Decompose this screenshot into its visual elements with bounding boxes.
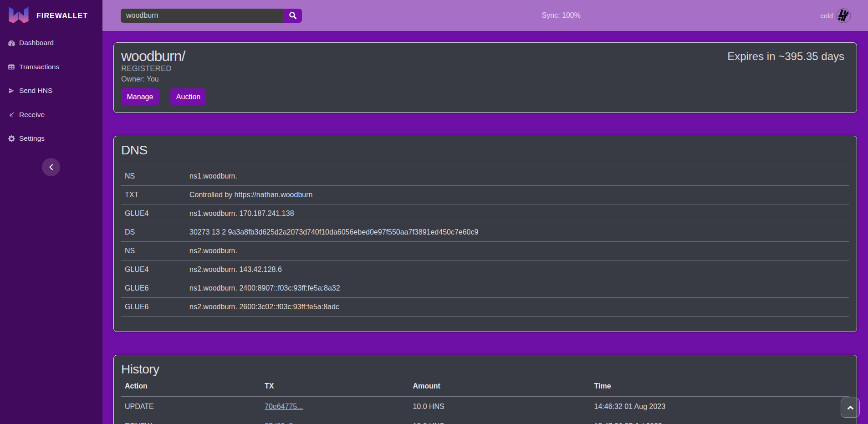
history-col-tx: TX xyxy=(261,377,409,396)
domain-expiry: Expires in ~395.35 days xyxy=(727,50,844,63)
brand[interactable]: FIREWALLET xyxy=(0,0,102,25)
history-row: UPDATE 70e64775... 10.0 HNS 14:46:32 01 … xyxy=(121,396,849,416)
dns-record-type: NS xyxy=(121,241,186,260)
search-icon xyxy=(289,11,297,20)
scroll-to-top-button[interactable] xyxy=(841,398,860,418)
dns-record-value: ns1.woodburn. 2400:8907::f03c:93ff:fe5a:… xyxy=(186,279,849,297)
dns-record-type: TXT xyxy=(121,185,186,204)
history-time: 14:46:32 01 Aug 2023 xyxy=(591,396,849,416)
tx-link[interactable]: 27d03e5... xyxy=(265,422,299,424)
sidebar-collapse-button[interactable] xyxy=(42,158,60,176)
history-time: 15:47:36 27 Jul 2023 xyxy=(591,416,849,424)
dns-record-row: GLUE4 ns2.woodburn. 143.42.128.6 xyxy=(121,260,849,279)
name-card: woodburn/ REGISTERED Owner: You Manage A… xyxy=(113,42,857,113)
sidebar-item-receive[interactable]: Receive xyxy=(0,107,102,123)
history-amount: 10.0 HNS xyxy=(409,416,590,424)
settings-icon xyxy=(7,134,15,143)
history-action: UPDATE xyxy=(121,396,261,416)
receive-icon xyxy=(7,111,15,119)
history-table: ActionTXAmountTime UPDATE 70e64775... 10… xyxy=(121,377,849,424)
history-row: RENEW 27d03e5... 10.0 HNS 15:47:36 27 Ju… xyxy=(121,416,849,424)
history-col-action: Action xyxy=(121,377,261,396)
main-content: woodburn/ REGISTERED Owner: You Manage A… xyxy=(102,31,868,424)
history-amount: 10.0 HNS xyxy=(409,396,590,416)
sidebar-item-send-hns[interactable]: Send HNS xyxy=(0,82,102,99)
wallet-group[interactable]: cold xyxy=(820,8,851,23)
dns-record-row: GLUE6 ns1.woodburn. 2400:8907::f03c:93ff… xyxy=(121,279,849,297)
dns-table: NS ns1.woodburn. TXT Controlled by https… xyxy=(121,167,849,317)
search-button[interactable] xyxy=(283,9,302,23)
dns-record-row: NS ns2.woodburn. xyxy=(121,241,849,260)
dns-record-row: DS 30273 13 2 9a3a8fb3d625d2a2073d740f10… xyxy=(121,223,849,241)
dns-record-type: DS xyxy=(121,223,186,241)
sidebar-item-dashboard[interactable]: Dashboard xyxy=(0,35,102,51)
dns-record-value: ns2.woodburn. 143.42.128.6 xyxy=(186,260,849,279)
search-input[interactable] xyxy=(121,9,283,23)
dns-record-row: TXT Controlled by https://nathan.woodbur… xyxy=(121,185,849,204)
dns-record-type: GLUE6 xyxy=(121,279,186,297)
chevron-up-icon xyxy=(847,406,854,410)
send-icon xyxy=(7,87,15,95)
dns-record-type: NS xyxy=(121,167,186,185)
history-action: RENEW xyxy=(121,416,261,424)
dns-card: DNS NS ns1.woodburn. TXT Controlled by h… xyxy=(113,136,857,332)
history-card-title: History xyxy=(121,362,849,377)
dns-record-type: GLUE6 xyxy=(121,297,186,316)
domain-owner: Owner: You xyxy=(121,75,849,84)
dns-record-value: 30273 13 2 9a3a8fb3d625d2a2073d740f10da6… xyxy=(186,223,849,241)
dns-card-title: DNS xyxy=(121,143,849,158)
dns-record-value: ns1.woodburn. 170.187.241.138 xyxy=(186,204,849,223)
dashboard-icon xyxy=(7,39,15,47)
dns-record-row: GLUE6 ns2.woodburn. 2600:3c02::f03c:93ff… xyxy=(121,297,849,316)
dns-record-value: ns2.woodburn. 2600:3c02::f03c:93ff:fe5a:… xyxy=(186,297,849,316)
dns-record-type: GLUE4 xyxy=(121,260,186,279)
sidebar-nav: Dashboard Transactions Send HNS Receive … xyxy=(0,35,102,147)
sync-status: Sync: 100% xyxy=(302,11,820,20)
history-col-time: Time xyxy=(591,377,849,396)
auction-button[interactable]: Auction xyxy=(170,88,206,105)
sidebar-item-settings[interactable]: Settings xyxy=(0,130,102,147)
domain-status: REGISTERED xyxy=(121,64,849,73)
dns-record-value: ns2.woodburn. xyxy=(186,241,849,260)
dns-record-type: GLUE4 xyxy=(121,204,186,223)
history-header-row: ActionTXAmountTime xyxy=(121,377,849,396)
history-card: History ActionTXAmountTime UPDATE 70e647… xyxy=(113,355,857,424)
manage-button[interactable]: Manage xyxy=(121,88,159,105)
wallet-name: cold xyxy=(820,12,833,20)
dns-record-row: GLUE4 ns1.woodburn. 170.187.241.138 xyxy=(121,204,849,223)
brand-name: FIREWALLET xyxy=(36,12,88,20)
chevron-left-icon xyxy=(49,164,54,170)
dns-record-value: ns1.woodburn. xyxy=(186,167,849,185)
handshake-logo-icon[interactable] xyxy=(836,8,851,23)
dns-record-value: Controlled by https://nathan.woodburn xyxy=(186,185,849,204)
history-tx-cell: 27d03e5... xyxy=(261,416,409,424)
history-col-amount: Amount xyxy=(409,377,590,396)
sidebar-item-transactions[interactable]: Transactions xyxy=(0,59,102,75)
firewallet-logo-icon xyxy=(9,7,29,25)
transactions-icon xyxy=(7,63,15,71)
dns-record-row: NS ns1.woodburn. xyxy=(121,167,849,185)
tx-link[interactable]: 70e64775... xyxy=(265,403,303,410)
search-group xyxy=(121,9,302,23)
sidebar: FIREWALLET Dashboard Transactions Send H… xyxy=(0,0,102,424)
topbar: Sync: 100% cold xyxy=(102,0,868,31)
history-tx-cell: 70e64775... xyxy=(261,396,409,416)
